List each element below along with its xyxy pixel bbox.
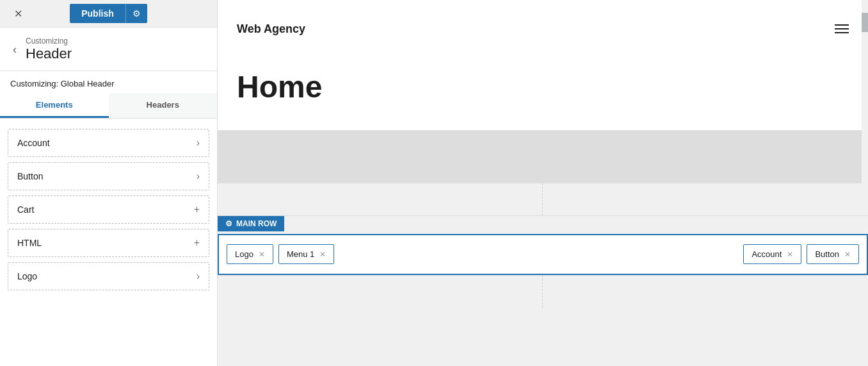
left-panel: ✕ Publish ⚙ ‹ Customizing Header Customi… (0, 0, 218, 366)
customizing-label: Customizing (26, 37, 72, 46)
tabs: Elements Headers (0, 94, 217, 119)
publish-button[interactable]: Publish (70, 4, 125, 23)
chip-account-close[interactable]: ✕ (787, 250, 793, 259)
element-cart-label: Cart (17, 204, 34, 215)
chip-menu1-close[interactable]: ✕ (319, 250, 326, 259)
header-title-text: Customizing Header (26, 37, 72, 63)
header-title-section: ‹ Customizing Header (0, 28, 217, 71)
preview-area: Web Agency Home (218, 0, 868, 183)
main-row-gear-icon: ⚙ (225, 219, 232, 228)
header-label: Header (26, 46, 72, 62)
preview-home-section: Home (218, 58, 868, 131)
preview-home-title: Home (237, 71, 849, 104)
builder-top-cell-left (218, 183, 543, 215)
chip-account-label: Account (751, 249, 782, 259)
element-cart-icon: + (194, 204, 200, 215)
main-row-right: Account ✕ Button ✕ (743, 244, 859, 264)
hamburger-line-3 (835, 32, 849, 33)
chip-button-label: Button (815, 249, 839, 259)
chip-menu1-label: Menu 1 (287, 249, 314, 259)
element-button-label: Button (17, 171, 43, 181)
element-account-icon: › (197, 137, 200, 149)
header-builder: ⚙ MAIN ROW Logo ✕ Menu 1 ✕ (218, 183, 868, 367)
right-panel: Web Agency Home ⚙ MAIN ROW (218, 0, 868, 366)
element-logo-icon: › (197, 270, 200, 282)
element-logo[interactable]: Logo › (8, 262, 209, 290)
scrollbar-thumb[interactable] (862, 13, 868, 32)
publish-gear-button[interactable]: ⚙ (125, 4, 147, 23)
chip-logo-close[interactable]: ✕ (259, 250, 265, 259)
right-scrollbar[interactable] (862, 0, 868, 183)
main-row-container: Logo ✕ Menu 1 ✕ Account (218, 234, 868, 275)
preview-site-title: Web Agency (237, 22, 305, 36)
top-bar: ✕ Publish ⚙ (0, 0, 217, 28)
chip-logo[interactable]: Logo ✕ (227, 244, 273, 264)
preview-site-header: Web Agency (218, 0, 868, 58)
builder-top-cell-right (543, 183, 868, 215)
elements-list: Account › Button › Cart + HTML + Logo › (0, 119, 217, 366)
main-row-header: ⚙ MAIN ROW (218, 216, 284, 231)
element-cart[interactable]: Cart + (8, 195, 209, 224)
element-html[interactable]: HTML + (8, 229, 209, 257)
element-account-label: Account (17, 138, 50, 148)
element-logo-label: Logo (17, 271, 37, 281)
hamburger-line-2 (835, 28, 849, 29)
chip-account[interactable]: Account ✕ (743, 244, 801, 264)
builder-bottom-row (218, 275, 868, 308)
main-row-left: Logo ✕ Menu 1 ✕ (227, 244, 334, 264)
main-row-label: MAIN ROW (236, 219, 277, 228)
element-button-icon: › (197, 171, 200, 182)
hamburger-line-1 (835, 24, 849, 26)
element-html-label: HTML (17, 238, 42, 248)
element-html-icon: + (194, 237, 200, 249)
back-button[interactable]: ‹ (10, 43, 19, 56)
tab-elements[interactable]: Elements (0, 94, 109, 118)
chip-logo-label: Logo (235, 249, 253, 259)
tab-headers[interactable]: Headers (109, 94, 218, 118)
chip-button[interactable]: Button ✕ (807, 244, 859, 264)
close-button[interactable]: ✕ (12, 5, 25, 22)
chip-button-close[interactable]: ✕ (844, 250, 851, 259)
main-row-items: Logo ✕ Menu 1 ✕ Account (219, 235, 867, 274)
builder-bottom-cell-left (218, 276, 543, 308)
global-header-label: Customizing: Global Header (0, 71, 217, 88)
builder-top-row (218, 183, 868, 216)
element-account[interactable]: Account › (8, 129, 209, 157)
chip-menu1[interactable]: Menu 1 ✕ (278, 244, 334, 264)
publish-button-group: Publish ⚙ (70, 4, 147, 23)
top-bar-inner: ✕ Publish ⚙ (6, 4, 211, 23)
main-row-wrapper: ⚙ MAIN ROW Logo ✕ Menu 1 ✕ (218, 234, 868, 275)
builder-bottom-cell-right (543, 276, 868, 308)
element-button[interactable]: Button › (8, 162, 209, 190)
hamburger-icon[interactable] (835, 24, 849, 33)
